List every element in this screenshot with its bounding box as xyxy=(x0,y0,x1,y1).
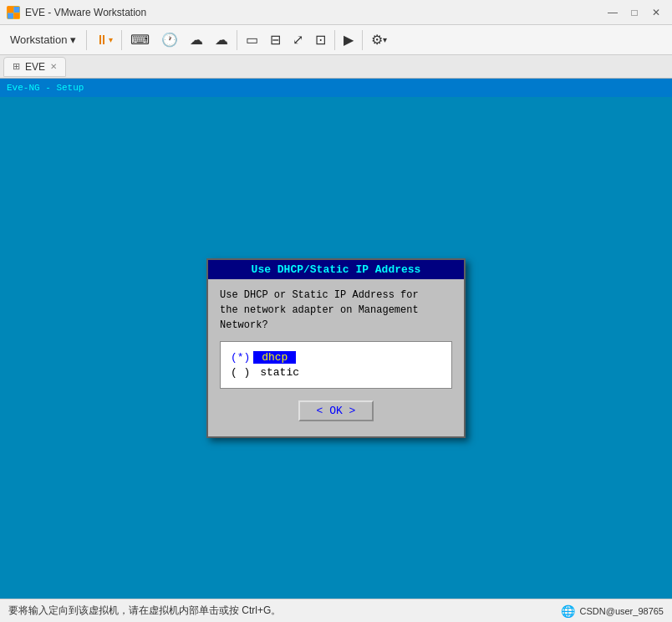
maximize-button[interactable]: □ xyxy=(625,3,644,22)
pause-button[interactable]: ⏸ ▾ xyxy=(90,28,118,52)
workstation-label: Workstation xyxy=(10,33,67,46)
toolbar-separator-3 xyxy=(237,30,237,50)
close-button[interactable]: ✕ xyxy=(647,3,665,22)
workstation-menu[interactable]: Workstation ▾ xyxy=(3,28,83,52)
workstation-dropdown-icon: ▾ xyxy=(70,33,76,46)
full-screen-button[interactable]: ⤢ xyxy=(288,28,308,52)
status-text: 要将输入定向到该虚拟机，请在虚拟机内部单击或按 Ctrl+G。 xyxy=(8,604,281,618)
dialog-body: Use DHCP or Static IP Address forthe net… xyxy=(208,279,464,436)
svg-rect-3 xyxy=(14,13,20,18)
ok-button[interactable]: < OK > xyxy=(298,400,374,421)
single-screen-button[interactable]: ▭ xyxy=(241,28,263,52)
settings-icon: ⚙ xyxy=(371,32,383,48)
revert-icon: ☁ xyxy=(190,32,203,48)
unity-button[interactable]: ⊡ xyxy=(310,28,331,52)
tab-eve[interactable]: ⊞ EVE ✕ xyxy=(3,57,66,77)
pause-dropdown-icon: ▾ xyxy=(109,35,113,44)
radio-dhcp-marker: (*) xyxy=(231,351,250,364)
full-screen-icon: ⤢ xyxy=(293,32,303,48)
toolbar-separator-2 xyxy=(121,30,122,50)
unity-icon: ⊡ xyxy=(315,32,326,48)
dialog-box: Use DHCP/Static IP Address Use DHCP or S… xyxy=(206,258,466,438)
snapshot-button[interactable]: 🕐 xyxy=(156,28,183,52)
status-bar: 要将输入定向到该虚拟机，请在虚拟机内部单击或按 Ctrl+G。 🌐 CSDN@u… xyxy=(0,599,672,622)
snapshot-icon: 🕐 xyxy=(161,32,178,48)
options-box: (*) dhcp ( ) static xyxy=(220,341,452,389)
radio-dhcp-label: dhcp xyxy=(253,351,296,364)
keyboard-icon: ⌨ xyxy=(130,32,150,48)
send-ctrl-alt-del-button[interactable]: ⌨ xyxy=(125,28,155,52)
tab-bar: ⊞ EVE ✕ xyxy=(0,55,672,79)
dialog-title: Use DHCP/Static IP Address xyxy=(208,260,464,279)
settings-dropdown-icon: ▾ xyxy=(383,35,387,44)
app-icon xyxy=(7,6,20,19)
settings-button[interactable]: ⚙ ▾ xyxy=(366,28,392,52)
status-right: 🌐 CSDN@user_98765 xyxy=(561,604,664,618)
title-bar: EVE - VMware Workstation — □ ✕ xyxy=(0,0,672,25)
toolbar-separator-4 xyxy=(334,30,335,50)
radio-static-marker: ( ) xyxy=(231,366,250,379)
network-status-icon: 🌐 xyxy=(561,604,575,618)
minimize-button[interactable]: — xyxy=(603,3,622,22)
svg-rect-0 xyxy=(8,7,13,13)
toolbar: Workstation ▾ ⏸ ▾ ⌨ 🕐 ☁ ☁ ▭ ⊟ ⤢ ⊡ ▶ ⚙ ▾ xyxy=(0,25,672,55)
window-controls: — □ ✕ xyxy=(603,3,665,22)
vm-header: Eve-NG - Setup xyxy=(0,79,672,97)
console-icon: ▶ xyxy=(344,32,354,48)
svg-rect-1 xyxy=(14,7,20,13)
svg-rect-2 xyxy=(8,13,13,18)
dialog-description: Use DHCP or Static IP Address forthe net… xyxy=(220,288,452,333)
console-button[interactable]: ▶ xyxy=(339,28,359,52)
radio-dhcp[interactable]: (*) dhcp xyxy=(231,351,441,364)
dialog-buttons: < OK > xyxy=(220,397,452,428)
user-info: CSDN@user_98765 xyxy=(580,606,664,616)
vm-display-area[interactable]: Use DHCP/Static IP Address Use DHCP or S… xyxy=(0,97,672,599)
tab-icon: ⊞ xyxy=(13,61,20,72)
window-title: EVE - VMware Workstation xyxy=(25,7,603,18)
tab-label: EVE xyxy=(25,61,45,73)
snapshots-icon: ☁ xyxy=(215,32,228,48)
radio-static[interactable]: ( ) static xyxy=(231,366,441,379)
toolbar-separator-5 xyxy=(362,30,363,50)
manage-snapshots-button[interactable]: ☁ xyxy=(210,28,233,52)
single-screen-icon: ▭ xyxy=(246,32,258,48)
multi-screen-icon: ⊟ xyxy=(270,32,281,48)
tab-close-button[interactable]: ✕ xyxy=(50,62,57,71)
radio-static-label: static xyxy=(253,366,299,379)
vm-header-text: Eve-NG - Setup xyxy=(7,83,84,93)
toolbar-separator-1 xyxy=(86,30,87,50)
revert-button[interactable]: ☁ xyxy=(185,28,208,52)
pause-icon: ⏸ xyxy=(95,33,109,48)
multi-screen-button[interactable]: ⊟ xyxy=(265,28,286,52)
